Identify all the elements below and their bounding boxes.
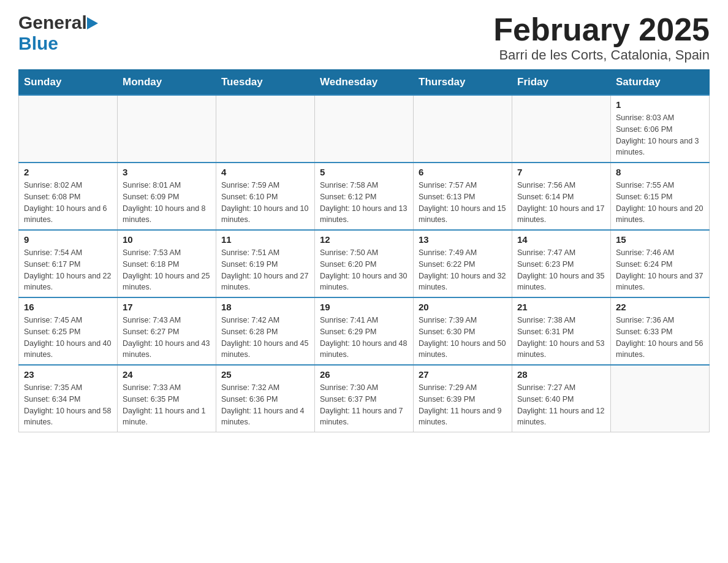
title-block: February 2025 Barri de les Corts, Catalo… (493, 12, 710, 63)
day-number: 18 (221, 302, 309, 312)
calendar-cell: 28Sunrise: 7:27 AM Sunset: 6:40 PM Dayli… (512, 365, 611, 432)
day-info: Sunrise: 7:36 AM Sunset: 6:33 PM Dayligh… (616, 315, 704, 361)
logo: General Blue (18, 12, 98, 54)
day-info: Sunrise: 7:56 AM Sunset: 6:14 PM Dayligh… (517, 180, 605, 226)
weekday-header-monday: Monday (118, 70, 216, 96)
weekday-header-thursday: Thursday (414, 70, 512, 96)
calendar-cell: 19Sunrise: 7:41 AM Sunset: 6:29 PM Dayli… (315, 297, 414, 365)
day-info: Sunrise: 8:01 AM Sunset: 6:09 PM Dayligh… (123, 180, 211, 226)
week-row-3: 9Sunrise: 7:54 AM Sunset: 6:17 PM Daylig… (19, 230, 710, 297)
week-row-2: 2Sunrise: 8:02 AM Sunset: 6:08 PM Daylig… (19, 163, 710, 230)
calendar-cell: 6Sunrise: 7:57 AM Sunset: 6:13 PM Daylig… (414, 163, 512, 230)
day-number: 11 (221, 234, 309, 245)
calendar-cell: 17Sunrise: 7:43 AM Sunset: 6:27 PM Dayli… (118, 297, 216, 365)
day-info: Sunrise: 7:49 AM Sunset: 6:22 PM Dayligh… (419, 247, 507, 293)
weekday-header-friday: Friday (512, 70, 611, 96)
calendar-cell: 18Sunrise: 7:42 AM Sunset: 6:28 PM Dayli… (216, 297, 315, 365)
day-info: Sunrise: 8:02 AM Sunset: 6:08 PM Dayligh… (24, 180, 112, 226)
page-header: General Blue February 2025 Barri de les … (18, 12, 710, 63)
day-number: 27 (419, 369, 507, 380)
calendar-cell: 22Sunrise: 7:36 AM Sunset: 6:33 PM Dayli… (611, 297, 710, 365)
day-info: Sunrise: 7:41 AM Sunset: 6:29 PM Dayligh… (320, 315, 408, 361)
calendar-cell (611, 365, 710, 432)
calendar-cell: 2Sunrise: 8:02 AM Sunset: 6:08 PM Daylig… (19, 163, 118, 230)
logo-arrow-icon (87, 17, 98, 29)
day-info: Sunrise: 7:46 AM Sunset: 6:24 PM Dayligh… (616, 247, 704, 293)
day-number: 8 (616, 167, 704, 177)
day-info: Sunrise: 7:50 AM Sunset: 6:20 PM Dayligh… (320, 247, 408, 293)
calendar-cell: 21Sunrise: 7:38 AM Sunset: 6:31 PM Dayli… (512, 297, 611, 365)
day-info: Sunrise: 7:47 AM Sunset: 6:23 PM Dayligh… (517, 247, 605, 293)
day-number: 25 (221, 369, 309, 380)
day-info: Sunrise: 7:35 AM Sunset: 6:34 PM Dayligh… (24, 382, 112, 428)
calendar-cell: 11Sunrise: 7:51 AM Sunset: 6:19 PM Dayli… (216, 230, 315, 297)
day-number: 20 (419, 302, 507, 312)
calendar-cell: 10Sunrise: 7:53 AM Sunset: 6:18 PM Dayli… (118, 230, 216, 297)
day-number: 1 (616, 99, 704, 110)
calendar-cell: 4Sunrise: 7:59 AM Sunset: 6:10 PM Daylig… (216, 163, 315, 230)
day-info: Sunrise: 7:58 AM Sunset: 6:12 PM Dayligh… (320, 180, 408, 226)
calendar-cell: 13Sunrise: 7:49 AM Sunset: 6:22 PM Dayli… (414, 230, 512, 297)
calendar-cell: 7Sunrise: 7:56 AM Sunset: 6:14 PM Daylig… (512, 163, 611, 230)
day-info: Sunrise: 7:54 AM Sunset: 6:17 PM Dayligh… (24, 247, 112, 293)
calendar-cell: 26Sunrise: 7:30 AM Sunset: 6:37 PM Dayli… (315, 365, 414, 432)
day-number: 16 (24, 302, 112, 312)
calendar-cell: 3Sunrise: 8:01 AM Sunset: 6:09 PM Daylig… (118, 163, 216, 230)
svg-marker-0 (87, 17, 98, 29)
week-row-1: 1Sunrise: 8:03 AM Sunset: 6:06 PM Daylig… (19, 95, 710, 163)
calendar-cell (118, 95, 216, 163)
day-info: Sunrise: 7:29 AM Sunset: 6:39 PM Dayligh… (419, 382, 507, 428)
calendar-cell: 16Sunrise: 7:45 AM Sunset: 6:25 PM Dayli… (19, 297, 118, 365)
day-info: Sunrise: 7:30 AM Sunset: 6:37 PM Dayligh… (320, 382, 408, 428)
day-info: Sunrise: 7:55 AM Sunset: 6:15 PM Dayligh… (616, 180, 704, 226)
calendar-title: February 2025 (493, 12, 710, 47)
calendar-header-row: SundayMondayTuesdayWednesdayThursdayFrid… (19, 70, 710, 96)
day-number: 9 (24, 234, 112, 245)
day-number: 3 (123, 167, 211, 177)
day-info: Sunrise: 7:45 AM Sunset: 6:25 PM Dayligh… (24, 315, 112, 361)
day-number: 10 (123, 234, 211, 245)
calendar-cell (414, 95, 512, 163)
day-number: 24 (123, 369, 211, 380)
calendar-cell (512, 95, 611, 163)
day-info: Sunrise: 7:38 AM Sunset: 6:31 PM Dayligh… (517, 315, 605, 361)
day-number: 7 (517, 167, 605, 177)
calendar-cell: 12Sunrise: 7:50 AM Sunset: 6:20 PM Dayli… (315, 230, 414, 297)
day-number: 12 (320, 234, 408, 245)
calendar-cell: 15Sunrise: 7:46 AM Sunset: 6:24 PM Dayli… (611, 230, 710, 297)
day-number: 19 (320, 302, 408, 312)
day-number: 22 (616, 302, 704, 312)
day-number: 14 (517, 234, 605, 245)
day-info: Sunrise: 7:57 AM Sunset: 6:13 PM Dayligh… (419, 180, 507, 226)
calendar-cell: 8Sunrise: 7:55 AM Sunset: 6:15 PM Daylig… (611, 163, 710, 230)
calendar-cell: 24Sunrise: 7:33 AM Sunset: 6:35 PM Dayli… (118, 365, 216, 432)
day-number: 6 (419, 167, 507, 177)
day-info: Sunrise: 7:42 AM Sunset: 6:28 PM Dayligh… (221, 315, 309, 361)
day-info: Sunrise: 7:33 AM Sunset: 6:35 PM Dayligh… (123, 382, 211, 428)
weekday-header-tuesday: Tuesday (216, 70, 315, 96)
day-number: 23 (24, 369, 112, 380)
day-info: Sunrise: 8:03 AM Sunset: 6:06 PM Dayligh… (616, 112, 704, 158)
weekday-header-saturday: Saturday (611, 70, 710, 96)
calendar-table: SundayMondayTuesdayWednesdayThursdayFrid… (18, 69, 710, 432)
day-info: Sunrise: 7:32 AM Sunset: 6:36 PM Dayligh… (221, 382, 309, 428)
day-number: 26 (320, 369, 408, 380)
day-info: Sunrise: 7:39 AM Sunset: 6:30 PM Dayligh… (419, 315, 507, 361)
calendar-cell (216, 95, 315, 163)
logo-general-text: General (18, 12, 87, 33)
day-number: 15 (616, 234, 704, 245)
day-info: Sunrise: 7:53 AM Sunset: 6:18 PM Dayligh… (123, 247, 211, 293)
weekday-header-wednesday: Wednesday (315, 70, 414, 96)
weekday-header-sunday: Sunday (19, 70, 118, 96)
day-number: 4 (221, 167, 309, 177)
calendar-cell: 23Sunrise: 7:35 AM Sunset: 6:34 PM Dayli… (19, 365, 118, 432)
calendar-subtitle: Barri de les Corts, Catalonia, Spain (493, 47, 710, 63)
week-row-5: 23Sunrise: 7:35 AM Sunset: 6:34 PM Dayli… (19, 365, 710, 432)
day-info: Sunrise: 7:43 AM Sunset: 6:27 PM Dayligh… (123, 315, 211, 361)
calendar-cell: 27Sunrise: 7:29 AM Sunset: 6:39 PM Dayli… (414, 365, 512, 432)
week-row-4: 16Sunrise: 7:45 AM Sunset: 6:25 PM Dayli… (19, 297, 710, 365)
calendar-cell: 9Sunrise: 7:54 AM Sunset: 6:17 PM Daylig… (19, 230, 118, 297)
day-number: 21 (517, 302, 605, 312)
day-number: 2 (24, 167, 112, 177)
calendar-cell: 5Sunrise: 7:58 AM Sunset: 6:12 PM Daylig… (315, 163, 414, 230)
